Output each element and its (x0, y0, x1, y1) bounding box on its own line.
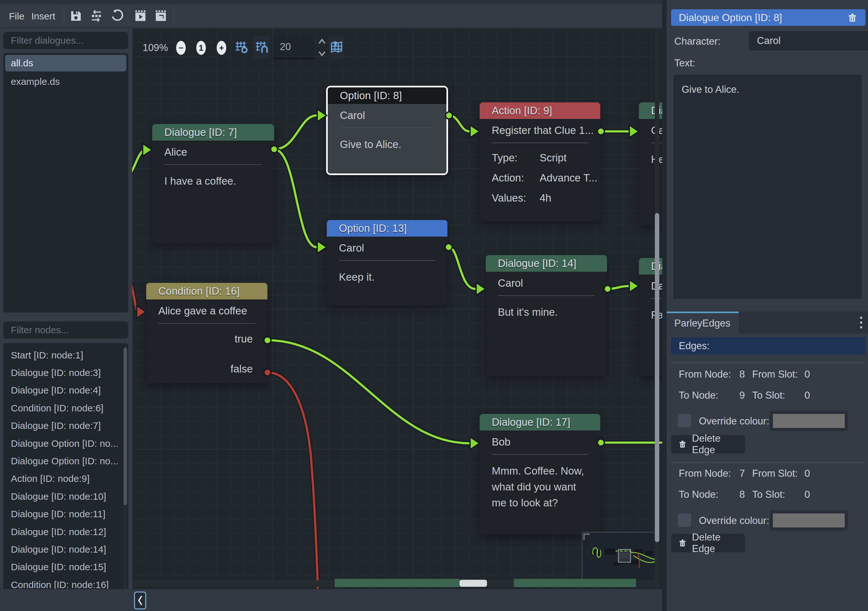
text-label: Text: (674, 57, 695, 69)
graph-node-option-8-selected[interactable]: Option [ID: 8] Carol Give to Alice. (326, 86, 448, 175)
menu-insert-label: Insert (31, 11, 55, 22)
graph-canvas[interactable]: Dialogue [ID: 7] Alice I have a coffee. … (132, 28, 662, 589)
arrange-nodes-button[interactable] (89, 9, 103, 23)
node-title: Dialogue [ID: 14] (498, 257, 576, 269)
delete-edge-button[interactable]: Delete Edge (671, 435, 745, 453)
inspector-header: Dialogue Option [ID: 8] (671, 9, 865, 26)
graph-node-option-13[interactable]: Option [ID: 13] Carol Keep it. (327, 220, 447, 306)
clipped-node-header (514, 579, 636, 587)
right-panel-divider[interactable] (662, 0, 666, 611)
override-colour-picker[interactable] (770, 411, 848, 431)
zoom-out-button[interactable]: − (176, 41, 186, 55)
in-port-condition16[interactable] (136, 305, 146, 318)
node-list-item[interactable]: Dialogue Option [ID: no... (3, 452, 128, 470)
file-item-example-ds[interactable]: example.ds (5, 73, 126, 90)
toggle-snap-button[interactable] (253, 36, 271, 59)
node-list-item[interactable]: Dialogue [ID: node:11] (3, 506, 128, 523)
node-list-item[interactable]: Dialogue [ID: node:4] (3, 382, 128, 399)
node-list-item[interactable]: Action [ID: node:9] (3, 470, 128, 487)
undo-button[interactable] (110, 9, 124, 23)
in-port-option13[interactable] (317, 241, 327, 254)
node-list-item[interactable]: Dialogue Option [ID: no... (3, 435, 128, 452)
edge-7-to-8 (274, 116, 316, 149)
zoom-level-label: 109% (143, 42, 168, 54)
graph-vscrollbar-thumb[interactable] (655, 213, 659, 542)
test-scene-button[interactable] (154, 9, 168, 23)
trash-icon[interactable] (847, 12, 858, 23)
node-character-row: Alice (152, 141, 274, 164)
from-slot-label: From Slot: (752, 369, 798, 380)
tab-parley-edges[interactable]: ParleyEdges (666, 312, 739, 334)
edge-7-to-13 (274, 149, 316, 247)
panel-menu-icon[interactable] (860, 317, 862, 328)
from-node-label: From Node: (679, 369, 731, 380)
character-dropdown[interactable]: Carol (749, 31, 868, 50)
menu-file[interactable]: File (5, 5, 29, 28)
toggle-grid-button[interactable] (233, 36, 251, 59)
chevron-left-icon (136, 594, 144, 607)
node-header[interactable]: Option [ID: 8] (328, 87, 446, 104)
override-colour-checkbox[interactable] (678, 414, 691, 427)
node-list-item[interactable]: Dialogue [ID: node:15] (3, 558, 128, 576)
node-list-item[interactable]: Dialogue [ID: node:10] (3, 487, 128, 505)
node-text: But it's mine. (486, 296, 607, 320)
inspector-panel: Dialogue Option [ID: 8] Character: Carol… (666, 0, 868, 611)
run-dialogue-button[interactable] (133, 9, 147, 23)
delete-edge-button[interactable]: Delete Edge (671, 534, 745, 552)
graph-node-dialogue-17[interactable]: Dialogue [ID: 17] Bob Mmm. Coffee. Now, … (480, 414, 600, 534)
dialogues-filter-input[interactable] (3, 35, 135, 46)
node-text: Mmm. Coffee. Now, what did you want me t… (480, 455, 600, 511)
in-port-action9[interactable] (470, 125, 480, 138)
arrange-icon (90, 9, 103, 23)
dialogue-text-area[interactable]: Give to Alice. (673, 74, 862, 299)
node-header[interactable]: Dialogue [ID: 7] (152, 124, 274, 141)
node-header[interactable]: Option [ID: 13] (327, 220, 447, 237)
toggle-minimap-button[interactable] (329, 36, 344, 59)
in-port-dialogue17[interactable] (470, 437, 480, 450)
field-value: 4h (539, 192, 588, 204)
edge-into-dialogue7 (132, 151, 143, 175)
clapperboard-new-icon (154, 9, 167, 23)
snap-distance-input[interactable] (273, 36, 315, 58)
node-body: Carol Keep it. (327, 237, 447, 306)
node-list-item[interactable]: Dialogue [ID: node:3] (3, 364, 128, 381)
snap-spinner[interactable] (316, 38, 327, 57)
file-item-label: example.ds (11, 76, 60, 87)
collapse-sidebar-button[interactable] (134, 592, 146, 609)
graph-node-condition-16[interactable]: Condition [ID: 16] Alice gave a coffee t… (146, 283, 267, 383)
minimap-edges (583, 532, 657, 583)
node-header[interactable]: Action [ID: 9] (480, 102, 600, 119)
zoom-reset-button[interactable]: 1 (196, 41, 206, 55)
in-port-option8[interactable] (317, 109, 327, 122)
override-colour-picker[interactable] (770, 510, 848, 531)
in-port-dialogue7[interactable] (143, 144, 152, 156)
in-port-partial-top[interactable] (629, 125, 639, 138)
node-list-item[interactable]: Start [ID: node:1] (3, 346, 128, 364)
graph-minimap[interactable] (582, 532, 656, 582)
node-list-item[interactable]: Dialogue [ID: node:7] (3, 417, 128, 435)
node-list-item[interactable]: Dialogue [ID: node:14] (3, 540, 128, 558)
graph-node-dialogue-14[interactable]: Dialogue [ID: 14] Carol But it's mine. (486, 255, 607, 376)
save-button[interactable] (69, 9, 83, 23)
override-colour-label: Override colour: (699, 416, 769, 427)
snap-grid-icon (235, 40, 249, 54)
node-header[interactable]: Condition [ID: 16] (146, 283, 267, 299)
file-item-all-ds[interactable]: all.ds (5, 55, 126, 71)
node-list-item[interactable]: Condition [ID: node:6] (3, 399, 128, 417)
node-header[interactable]: Dialogue [ID: 17] (480, 414, 600, 430)
nodes-filter-input[interactable] (3, 324, 135, 336)
in-port-dialogue14[interactable] (476, 283, 486, 295)
graph-node-action-9[interactable]: Action [ID: 9] Register that Clue 1... T… (480, 102, 600, 221)
in-port-partial-mid[interactable] (629, 280, 639, 292)
colour-swatch (773, 514, 845, 527)
node-list-item[interactable]: Dialogue [ID: node:12] (3, 523, 128, 540)
from-slot-value: 0 (804, 369, 810, 380)
edge-14-to-15 (608, 286, 629, 289)
graph-hscrollbar-thumb[interactable] (460, 580, 487, 587)
node-header[interactable]: Dialogue [ID: 14] (486, 255, 607, 272)
graph-node-dialogue-7[interactable]: Dialogue [ID: 7] Alice I have a coffee. (152, 124, 274, 243)
override-colour-checkbox[interactable] (678, 514, 691, 527)
zoom-in-button[interactable]: + (217, 41, 226, 55)
menu-insert[interactable]: Insert (27, 5, 60, 28)
node-list-scrollbar-thumb[interactable] (124, 348, 127, 505)
